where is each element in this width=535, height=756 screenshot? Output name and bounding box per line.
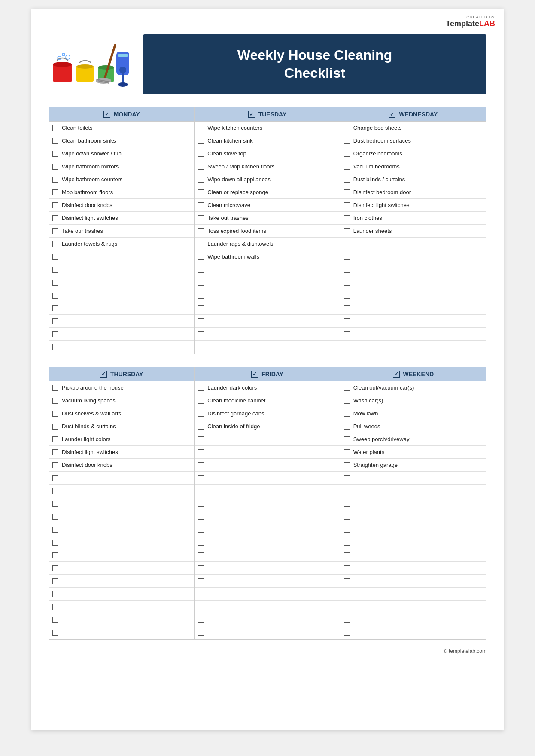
checkbox[interactable]: [198, 305, 204, 311]
checkbox[interactable]: [344, 138, 350, 144]
checkbox[interactable]: [344, 215, 350, 221]
checkbox[interactable]: [198, 527, 204, 533]
checkbox[interactable]: [344, 578, 350, 584]
checkbox[interactable]: [198, 540, 204, 546]
checkbox[interactable]: [52, 318, 58, 324]
checkbox[interactable]: [52, 215, 58, 221]
checkbox[interactable]: [344, 151, 350, 157]
checkbox[interactable]: [52, 630, 58, 636]
checkbox[interactable]: [52, 514, 58, 520]
checkbox[interactable]: [344, 488, 350, 494]
checkbox[interactable]: [198, 293, 204, 299]
checkbox[interactable]: [344, 540, 350, 546]
checkbox[interactable]: [344, 449, 350, 455]
checkbox[interactable]: [198, 202, 204, 208]
checkbox[interactable]: [198, 630, 204, 636]
checkbox[interactable]: [52, 241, 58, 247]
checkbox[interactable]: [198, 462, 204, 468]
checkbox[interactable]: [198, 411, 204, 417]
checkbox[interactable]: [344, 411, 350, 417]
checkbox[interactable]: [344, 501, 350, 507]
checkbox[interactable]: [198, 164, 204, 170]
checkbox[interactable]: [198, 578, 204, 584]
checkbox[interactable]: [198, 189, 204, 195]
checkbox[interactable]: [52, 436, 58, 442]
checkbox[interactable]: [344, 164, 350, 170]
checkbox[interactable]: [344, 318, 350, 324]
checkbox[interactable]: [198, 138, 204, 144]
checkbox[interactable]: [344, 125, 350, 131]
checkbox[interactable]: [52, 617, 58, 623]
checkbox[interactable]: [198, 424, 204, 430]
checkbox[interactable]: [52, 552, 58, 558]
checkbox[interactable]: [198, 488, 204, 494]
checkbox[interactable]: [344, 293, 350, 299]
checkbox[interactable]: [198, 344, 204, 350]
checkbox[interactable]: [52, 604, 58, 610]
checkbox[interactable]: [344, 514, 350, 520]
checkbox[interactable]: [198, 591, 204, 597]
checkbox[interactable]: [52, 591, 58, 597]
checkbox[interactable]: [198, 241, 204, 247]
checkbox[interactable]: [52, 125, 58, 131]
checkbox[interactable]: [52, 254, 58, 260]
checkbox[interactable]: [198, 280, 204, 286]
checkbox[interactable]: [344, 385, 350, 391]
checkbox[interactable]: [52, 565, 58, 571]
checkbox[interactable]: [198, 151, 204, 157]
checkbox[interactable]: [198, 617, 204, 623]
checkbox[interactable]: [198, 228, 204, 234]
checkbox[interactable]: [344, 552, 350, 558]
checkbox[interactable]: [344, 398, 350, 404]
checkbox[interactable]: [52, 385, 58, 391]
checkbox[interactable]: [52, 228, 58, 234]
checkbox[interactable]: [52, 344, 58, 350]
checkbox[interactable]: [52, 449, 58, 455]
checkbox[interactable]: [198, 254, 204, 260]
checkbox[interactable]: [52, 540, 58, 546]
checkbox[interactable]: [198, 215, 204, 221]
checkbox[interactable]: [344, 305, 350, 311]
checkbox[interactable]: [344, 462, 350, 468]
checkbox[interactable]: [52, 164, 58, 170]
checkbox[interactable]: [344, 254, 350, 260]
checkbox[interactable]: [52, 202, 58, 208]
checkbox[interactable]: [198, 267, 204, 273]
checkbox[interactable]: [198, 449, 204, 455]
checkbox[interactable]: [344, 331, 350, 337]
checkbox[interactable]: [198, 318, 204, 324]
checkbox[interactable]: [344, 189, 350, 195]
checkbox[interactable]: [198, 398, 204, 404]
checkbox[interactable]: [344, 424, 350, 430]
checkbox[interactable]: [198, 604, 204, 610]
checkbox[interactable]: [198, 177, 204, 183]
checkbox[interactable]: [344, 436, 350, 442]
checkbox[interactable]: [52, 267, 58, 273]
checkbox[interactable]: [52, 475, 58, 481]
checkbox[interactable]: [344, 177, 350, 183]
checkbox[interactable]: [344, 267, 350, 273]
checkbox[interactable]: [52, 527, 58, 533]
checkbox[interactable]: [344, 280, 350, 286]
checkbox[interactable]: [52, 501, 58, 507]
checkbox[interactable]: [344, 565, 350, 571]
checkbox[interactable]: [52, 305, 58, 311]
checkbox[interactable]: [344, 617, 350, 623]
checkbox[interactable]: [52, 293, 58, 299]
checkbox[interactable]: [344, 228, 350, 234]
checkbox[interactable]: [344, 202, 350, 208]
checkbox[interactable]: [198, 125, 204, 131]
checkbox[interactable]: [344, 604, 350, 610]
checkbox[interactable]: [52, 462, 58, 468]
checkbox[interactable]: [198, 331, 204, 337]
checkbox[interactable]: [198, 552, 204, 558]
checkbox[interactable]: [344, 630, 350, 636]
checkbox[interactable]: [344, 591, 350, 597]
checkbox[interactable]: [198, 436, 204, 442]
checkbox[interactable]: [52, 177, 58, 183]
checkbox[interactable]: [344, 241, 350, 247]
checkbox[interactable]: [52, 578, 58, 584]
checkbox[interactable]: [198, 565, 204, 571]
checkbox[interactable]: [52, 189, 58, 195]
checkbox[interactable]: [198, 475, 204, 481]
